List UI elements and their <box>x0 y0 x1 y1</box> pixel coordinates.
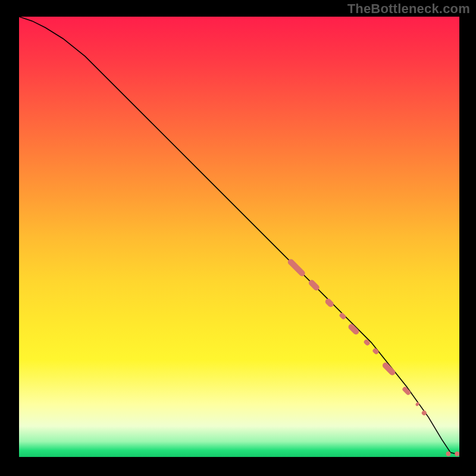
overlay-svg <box>19 17 459 457</box>
scatter-point <box>446 452 451 456</box>
scatter-cluster <box>324 298 335 308</box>
plot-area <box>19 17 459 457</box>
trend-curve <box>19 17 459 455</box>
scatter-cluster <box>372 347 380 355</box>
scatter-cluster <box>339 312 347 320</box>
chart-frame: TheBottleneck.com <box>0 0 476 476</box>
scatter-cluster <box>381 361 397 377</box>
scatter-cluster <box>287 258 306 277</box>
scatter-point <box>455 452 459 456</box>
scatter-cluster <box>421 409 427 416</box>
watermark-text: TheBottleneck.com <box>347 1 470 17</box>
scatter-cluster <box>363 339 371 346</box>
scatter-dots <box>287 258 459 456</box>
